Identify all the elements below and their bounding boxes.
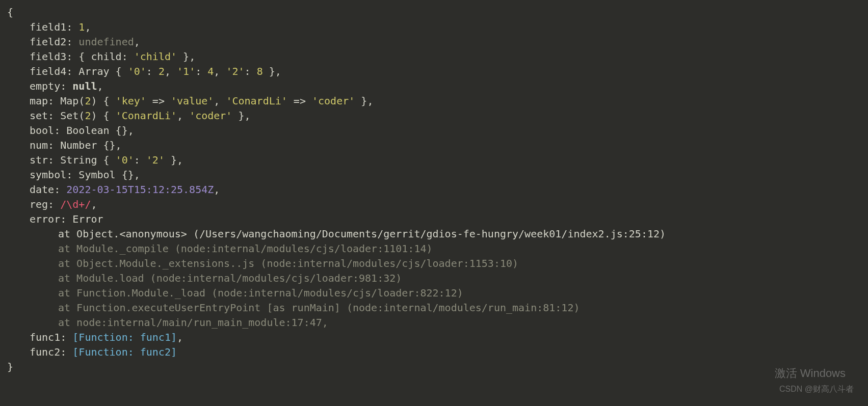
windows-activation-watermark: 激活 Windows xyxy=(775,365,846,382)
num-line: num: Number {}, xyxy=(7,138,868,153)
csdn-watermark: CSDN @财高八斗者 xyxy=(779,383,854,395)
error-line: error: Error xyxy=(7,212,868,227)
str-line: str: String { '0': '2' }, xyxy=(7,153,868,168)
stack-trace-line: at node:internal/main/run_main_module:17… xyxy=(7,315,868,330)
stack-trace-line: at Function.Module._load (node:internal/… xyxy=(7,286,868,301)
reg-line: reg: /\d+/, xyxy=(7,197,868,212)
console-output: { field1: 1, field2: undefined, field3: … xyxy=(7,5,868,374)
open-brace: { xyxy=(7,6,13,18)
field4-line: field4: Array { '0': 2, '1': 4, '2': 8 }… xyxy=(7,64,868,79)
set-line: set: Set(2) { 'ConardLi', 'coder' }, xyxy=(7,109,868,123)
func1-line: func1: [Function: func1], xyxy=(7,330,868,345)
stack-trace-line: at Object.Module._extensions..js (node:i… xyxy=(7,256,868,271)
symbol-line: symbol: Symbol {}, xyxy=(7,168,868,182)
field3-line: field3: { child: 'child' }, xyxy=(7,49,868,64)
empty-line: empty: null, xyxy=(7,79,868,94)
stack-trace-line: at Object.<anonymous> (/Users/wangchaomi… xyxy=(7,227,868,241)
field2-line: field2: undefined, xyxy=(7,35,868,49)
field1-line: field1: 1, xyxy=(7,20,868,35)
stack-trace-line: at Module.load (node:internal/modules/cj… xyxy=(7,271,868,286)
func2-line: func2: [Function: func2] xyxy=(7,345,868,360)
bool-line: bool: Boolean {}, xyxy=(7,123,868,138)
date-line: date: 2022-03-15T15:12:25.854Z, xyxy=(7,182,868,197)
stack-trace-line: at Module._compile (node:internal/module… xyxy=(7,241,868,256)
map-line: map: Map(2) { 'key' => 'value', 'ConardL… xyxy=(7,94,868,109)
stack-trace-line: at Function.executeUserEntryPoint [as ru… xyxy=(7,301,868,315)
close-brace: } xyxy=(7,361,13,373)
